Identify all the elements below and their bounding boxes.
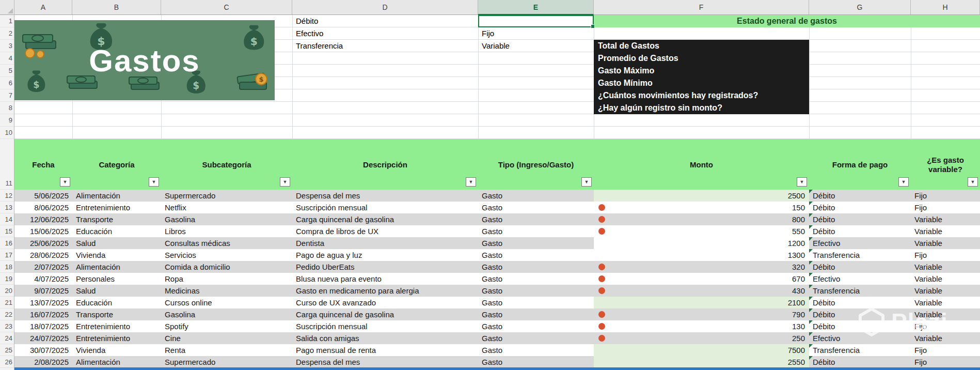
column-header-D[interactable]: D — [292, 0, 478, 14]
filter-button-D[interactable]: ▼ — [466, 177, 476, 187]
cell-tipo[interactable]: Gasto — [478, 213, 594, 225]
cell-fecha[interactable]: 4/07/2025 — [14, 273, 72, 285]
cell-payment-method[interactable]: Transferencia — [296, 40, 343, 52]
filter-button-H[interactable]: ▼ — [968, 177, 978, 187]
cell-categoria[interactable]: Alimentación — [72, 356, 161, 368]
row-header-11[interactable]: 11 — [0, 139, 14, 190]
cell-subcategoria[interactable]: Supermercado — [161, 356, 292, 368]
cell-descripcion[interactable]: Despensa del mes — [292, 190, 478, 202]
cell-subcategoria[interactable]: Libros — [161, 225, 292, 237]
row-header-20[interactable]: 20 — [0, 285, 14, 297]
cell-monto[interactable]: 790 — [594, 309, 809, 320]
cell-es_variable[interactable]: Fijo — [911, 202, 980, 213]
cell-monto[interactable]: 2550 — [594, 356, 809, 368]
cell-descripcion[interactable]: Carga quincenal de gasolina — [292, 309, 478, 320]
cell-monto[interactable]: 2500 — [594, 190, 809, 202]
column-header-F[interactable]: F — [594, 0, 809, 14]
cell-tipo[interactable]: Gasto — [478, 332, 594, 344]
cell-descripcion[interactable]: Despensa del mes — [292, 356, 478, 368]
cell-subcategoria[interactable]: Cine — [161, 332, 292, 344]
cell-descripcion[interactable]: Pedido UberEats — [292, 261, 478, 273]
cell-categoria[interactable]: Salud — [72, 285, 161, 297]
cell-fecha[interactable]: 2/08/2025 — [14, 356, 72, 368]
cell-es_variable[interactable]: Variable — [911, 213, 980, 225]
cell-descripcion[interactable]: Pago mensual de renta — [292, 344, 478, 356]
summary-question-cell[interactable]: ¿Cuántos movimientos hay registrados? — [598, 89, 809, 102]
cell-forma_pago[interactable]: Débito — [809, 202, 911, 213]
cell-subcategoria[interactable]: Renta — [161, 344, 292, 356]
cell-forma_pago[interactable]: Débito — [809, 356, 911, 368]
cell-fecha[interactable]: 25/06/2025 — [14, 237, 72, 249]
cell-forma_pago[interactable]: Transferencia — [809, 285, 911, 297]
cell-fecha[interactable]: 30/07/2025 — [14, 344, 72, 356]
row-header-4[interactable]: 4 — [0, 52, 14, 65]
select-all-button[interactable] — [0, 0, 14, 15]
cell-fecha[interactable]: 8/06/2025 — [14, 202, 72, 213]
cell-tipo[interactable]: Gasto — [478, 273, 594, 285]
cell-descripcion[interactable]: Carga quincenal de gasolina — [292, 213, 478, 225]
cell-es_variable[interactable]: Variable — [911, 285, 980, 297]
column-header-C[interactable]: C — [161, 0, 292, 14]
cell-descripcion[interactable]: Suscripción mensual — [292, 202, 478, 213]
cell-monto[interactable]: 7500 — [594, 344, 809, 356]
cell-descripcion[interactable]: Pago de agua y luz — [292, 249, 478, 261]
cell-subcategoria[interactable]: Cursos online — [161, 297, 292, 309]
cell-subcategoria[interactable]: Ropa — [161, 273, 292, 285]
row-header-12[interactable]: 12 — [0, 190, 14, 202]
cell-tipo[interactable]: Gasto — [478, 249, 594, 261]
summary-question-cell[interactable]: Gasto Mínimo — [598, 77, 809, 89]
cell-subcategoria[interactable]: Gasolina — [161, 309, 292, 320]
cell-es_variable[interactable]: Fijo — [911, 249, 980, 261]
cell-subcategoria[interactable]: Spotify — [161, 320, 292, 332]
cell-es_variable[interactable]: Variable — [911, 225, 980, 237]
table-header-C[interactable]: Subcategoría — [161, 155, 292, 175]
cell-forma_pago[interactable]: Débito — [809, 225, 911, 237]
cell-tipo[interactable]: Gasto — [478, 190, 594, 202]
table-header-E[interactable]: Tipo (Ingreso/Gasto) — [478, 155, 594, 175]
cell-subcategoria[interactable]: Gasolina — [161, 213, 292, 225]
summary-question-cell[interactable]: Total de Gastos — [598, 40, 809, 52]
cell-categoria[interactable]: Vivienda — [72, 344, 161, 356]
cell-categoria[interactable]: Salud — [72, 237, 161, 249]
row-header-15[interactable]: 15 — [0, 225, 14, 237]
cell-fecha[interactable]: 28/06/2025 — [14, 249, 72, 261]
filter-button-C[interactable]: ▼ — [280, 177, 290, 187]
cell-monto[interactable]: 2100 — [594, 297, 809, 309]
cell-monto[interactable]: 130 — [594, 320, 809, 332]
summary-question-cell[interactable]: ¿Hay algún registro sin monto? — [598, 102, 809, 114]
row-header-19[interactable]: 19 — [0, 273, 14, 285]
row-header-8[interactable]: 8 — [0, 102, 14, 114]
cell-fecha[interactable]: 16/07/2025 — [14, 309, 72, 320]
filter-button-F[interactable]: ▼ — [797, 177, 807, 187]
cell-es_variable[interactable]: Variable — [911, 261, 980, 273]
cell-categoria[interactable]: Educación — [72, 297, 161, 309]
filter-button-B[interactable]: ▼ — [149, 177, 159, 187]
estado-general-cell[interactable]: Estado general de gastos — [594, 15, 980, 27]
column-header-H[interactable]: H — [911, 0, 980, 14]
expenses-banner-image[interactable]: $ $ $ $ — [14, 20, 275, 100]
cell-subcategoria[interactable]: Consultas médicas — [161, 237, 292, 249]
cell-forma_pago[interactable]: Transferencia — [809, 249, 911, 261]
row-header-26[interactable]: 26 — [0, 356, 14, 368]
cell-payment-method[interactable]: Débito — [296, 15, 318, 27]
column-header-E[interactable]: E — [478, 0, 594, 15]
cell-subcategoria[interactable]: Comida a domicilio — [161, 261, 292, 273]
cell-categoria[interactable]: Entretenimiento — [72, 332, 161, 344]
row-header-24[interactable]: 24 — [0, 332, 14, 344]
cell-categoria[interactable]: Educación — [72, 225, 161, 237]
row-header-22[interactable]: 22 — [0, 309, 14, 320]
cell-fecha[interactable]: 5/06/2025 — [14, 190, 72, 202]
cell-categoria[interactable]: Alimentación — [72, 261, 161, 273]
cell-monto[interactable]: 1300 — [594, 249, 809, 261]
row-header-3[interactable]: 3 — [0, 40, 14, 52]
cell-es_variable[interactable]: Fijo — [911, 344, 980, 356]
column-header-G[interactable]: G — [809, 0, 911, 14]
row-header-10[interactable]: 10 — [0, 127, 14, 139]
row-header-1[interactable]: 1 — [0, 15, 14, 27]
cell-tipo[interactable]: Gasto — [478, 202, 594, 213]
cell-tipo[interactable]: Gasto — [478, 285, 594, 297]
row-header-17[interactable]: 17 — [0, 249, 14, 261]
row-header-5[interactable]: 5 — [0, 65, 14, 77]
row-header-18[interactable]: 18 — [0, 261, 14, 273]
cell-categoria[interactable]: Personales — [72, 273, 161, 285]
